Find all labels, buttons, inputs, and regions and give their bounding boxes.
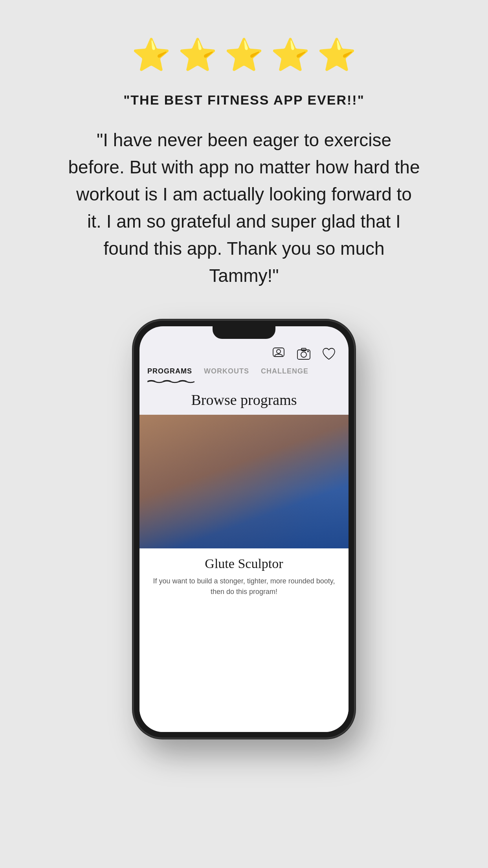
svg-point-3 [301,352,306,357]
heart-icon[interactable] [320,345,338,362]
tab-programs[interactable]: PROGRAMS [147,367,192,379]
review-body: "I have never been eager to exercise bef… [67,127,421,289]
svg-rect-4 [301,348,306,351]
phone-content: PROGRAMS WORKOUTS CHALLENGE Browse progr… [139,326,349,732]
star-3: ⭐ [224,39,264,71]
stars-row: ⭐ ⭐ ⭐ ⭐ ⭐ [132,39,356,71]
app-icons-row [139,342,349,367]
program-description: If you want to build a stonger, tighter,… [149,576,339,597]
star-4: ⭐ [271,39,310,71]
program-info: Glute Sculptor If you want to build a st… [139,548,349,603]
tab-workouts[interactable]: WORKOUTS [204,367,249,379]
phone-inner: PROGRAMS WORKOUTS CHALLENGE Browse progr… [139,326,349,732]
svg-point-1 [277,349,281,353]
program-card: Glute Sculptor If you want to build a st… [139,415,349,732]
camera-icon[interactable] [295,345,312,362]
program-name: Glute Sculptor [149,556,339,571]
figure-silhouette [139,415,349,548]
phone-section: PROGRAMS WORKOUTS CHALLENGE Browse progr… [0,313,488,868]
nav-tabs: PROGRAMS WORKOUTS CHALLENGE [139,367,349,379]
tab-challenge[interactable]: CHALLENGE [261,367,308,379]
profile-icon[interactable] [270,345,287,362]
program-image [139,415,349,548]
phone-frame: PROGRAMS WORKOUTS CHALLENGE Browse progr… [134,321,354,737]
star-5: ⭐ [317,39,356,71]
browse-title: Browse programs [139,386,349,415]
review-title: "THE BEST FITNESS APP EVER!!" [123,92,365,108]
star-2: ⭐ [178,39,217,71]
star-1: ⭐ [132,39,171,71]
top-section: ⭐ ⭐ ⭐ ⭐ ⭐ "THE BEST FITNESS APP EVER!!" … [0,0,488,313]
svg-point-5 [307,351,309,352]
phone-notch [213,326,275,339]
